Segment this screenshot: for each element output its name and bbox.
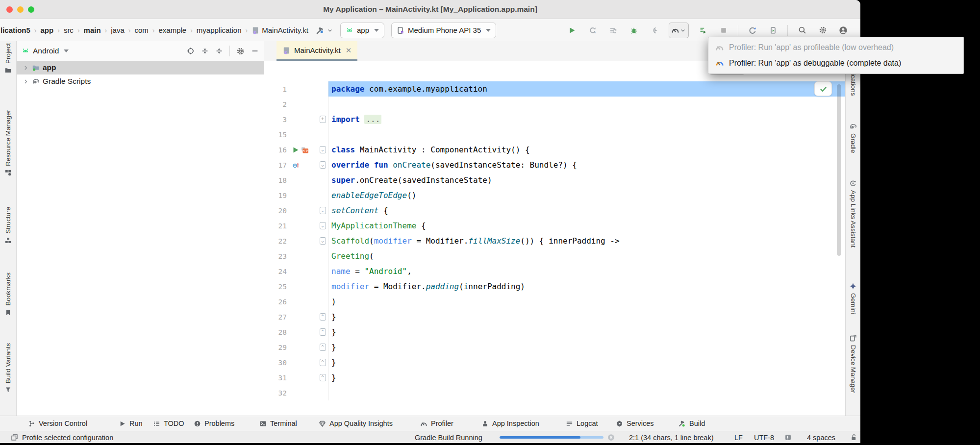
device-select[interactable]: Medium Phone API 35 xyxy=(391,23,496,38)
expand-all-icon[interactable] xyxy=(201,47,209,55)
profiler-chevron-icon[interactable] xyxy=(679,27,686,34)
override-gutter-icon[interactable] xyxy=(292,161,300,169)
settings-icon[interactable] xyxy=(816,24,829,37)
code-lines[interactable]: 1package com.example.myapplication23+imp… xyxy=(264,81,845,400)
code-text[interactable]: super.onCreate(savedInstanceState) xyxy=(328,173,845,188)
stripe-button-build-variants[interactable]: Build Variants xyxy=(0,343,16,394)
close-tab-icon[interactable]: ✕ xyxy=(346,46,352,55)
fold-marker[interactable]: ⌃ xyxy=(320,328,326,336)
line-separator-widget[interactable]: LF xyxy=(734,431,743,443)
editor-scrollbar[interactable] xyxy=(837,84,841,256)
fold-marker[interactable]: ⌃ xyxy=(320,313,326,321)
code-text[interactable] xyxy=(328,127,845,142)
collapse-all-icon[interactable] xyxy=(215,47,223,55)
sync-project-icon[interactable] xyxy=(746,24,759,37)
project-view-selector[interactable]: Android xyxy=(22,47,69,55)
code-text[interactable]: } xyxy=(328,324,845,340)
code-text[interactable] xyxy=(328,97,845,112)
code-line[interactable]: 17⌄ override fun onCreate(savedInstanceS… xyxy=(264,157,845,173)
code-line[interactable]: 30⌃ } xyxy=(264,355,845,370)
code-line[interactable]: 28⌃ } xyxy=(264,324,845,340)
toolwindow-button-services[interactable]: Services xyxy=(616,416,654,431)
code-line[interactable]: 18 super.onCreate(savedInstanceState) xyxy=(264,173,845,188)
indent-widget[interactable]: 4 spaces xyxy=(807,431,835,443)
code-text[interactable]: } xyxy=(328,340,845,355)
fold-marker[interactable]: ⌄ xyxy=(320,207,326,214)
code-line[interactable]: 15 xyxy=(264,127,845,142)
stripe-button-gemini[interactable]: Gemini xyxy=(846,282,860,314)
toolwindow-button-app-quality-insights[interactable]: App Quality Insights xyxy=(319,416,393,431)
stripe-button-gradle[interactable]: Gradle xyxy=(846,123,860,153)
stripe-button-bookmarks[interactable]: Bookmarks xyxy=(0,272,16,316)
code-text[interactable]: ) xyxy=(328,294,845,309)
code-text[interactable]: class MainActivity : ComponentActivity()… xyxy=(328,142,845,157)
expand-chevron-icon[interactable] xyxy=(23,65,29,71)
target-icon[interactable] xyxy=(187,47,195,55)
breadcrumb-item-mainactivity-kt[interactable]: MainActivity.kt xyxy=(251,25,309,35)
code-line[interactable]: 20⌄ setContent { xyxy=(264,203,845,218)
build-hammer-icon[interactable] xyxy=(314,24,327,37)
fold-marker[interactable]: ⌄ xyxy=(320,222,326,229)
code-text[interactable]: import ... xyxy=(328,112,845,127)
toolwindow-button-terminal[interactable]: Terminal xyxy=(259,416,297,431)
stripe-button-structure[interactable]: Structure xyxy=(0,207,16,244)
profiler-menu-item-1[interactable]: Profiler: Run 'app' as profileable (low … xyxy=(708,40,963,55)
code-text[interactable]: modifier = Modifier.padding(innerPadding… xyxy=(328,279,845,294)
build-chevron-icon[interactable] xyxy=(327,27,333,34)
code-line[interactable]: 27⌃ } xyxy=(264,309,845,324)
breadcrumb-item-app[interactable]: app xyxy=(40,25,54,35)
code-text[interactable]: enableEdgeToEdge() xyxy=(328,188,845,203)
toolwindow-button-app-inspection[interactable]: App Inspection xyxy=(481,416,539,431)
code-text[interactable]: } xyxy=(328,370,845,385)
code-text[interactable]: setContent { xyxy=(328,203,845,218)
code-line[interactable]: 22⌄ Scaffold(modifier = Modifier.fillMax… xyxy=(264,233,845,248)
code-line[interactable]: 1package com.example.myapplication xyxy=(264,81,845,97)
code-line[interactable]: 26 ) xyxy=(264,294,845,309)
tree-row-app[interactable]: app xyxy=(17,61,264,74)
editor-tab-mainactivity[interactable]: MainActivity.kt ✕ xyxy=(276,41,357,61)
code-text[interactable]: override fun onCreate(savedInstanceState… xyxy=(328,157,845,173)
caret-position-widget[interactable]: 2:1 (34 chars, 1 line break) xyxy=(629,431,713,443)
minus-icon[interactable] xyxy=(251,47,259,55)
code-text[interactable]: } xyxy=(328,309,845,324)
fold-marker[interactable]: ⌃ xyxy=(320,359,326,366)
toolwindow-button-build[interactable]: Build xyxy=(678,416,705,431)
rerun-apply-changes-icon[interactable]: A xyxy=(586,24,599,37)
code-line[interactable]: 32 xyxy=(264,385,845,400)
profile-avatar-icon[interactable] xyxy=(837,24,850,37)
breadcrumb-item-com[interactable]: com xyxy=(134,25,149,35)
code-line[interactable]: 21⌄ MyApplicationTheme { xyxy=(264,218,845,233)
encoding-widget[interactable]: UTF-8 xyxy=(754,431,774,443)
apply-code-changes-icon[interactable] xyxy=(607,24,620,37)
compose-gutter-icon[interactable] xyxy=(301,146,309,154)
running-devices-icon[interactable] xyxy=(767,24,779,37)
code-line[interactable]: 25 modifier = Modifier.padding(innerPadd… xyxy=(264,279,845,294)
code-text[interactable]: package com.example.myapplication xyxy=(328,81,845,97)
code-text[interactable]: Scaffold(modifier = Modifier.fillMaxSize… xyxy=(328,233,845,248)
debug-icon[interactable] xyxy=(628,24,640,37)
code-line[interactable]: 31⌃} xyxy=(264,370,845,385)
toolwindow-button-todo[interactable]: TODO xyxy=(153,416,184,431)
stripe-button-project[interactable]: Project xyxy=(0,43,16,74)
code-line[interactable]: 16⌄class MainActivity : ComponentActivit… xyxy=(264,142,845,157)
fold-marker[interactable]: ⌄ xyxy=(320,161,326,169)
code-text[interactable]: Greeting( xyxy=(328,248,845,264)
code-line[interactable]: 29⌃ } xyxy=(264,340,845,355)
code-text[interactable]: } xyxy=(328,355,845,370)
code-text[interactable]: name = "Android", xyxy=(328,264,845,279)
toolwindow-button-problems[interactable]: Problems xyxy=(194,416,234,431)
inspection-status-widget[interactable] xyxy=(814,81,832,96)
cancel-build-icon[interactable] xyxy=(607,434,615,441)
profiler-button[interactable] xyxy=(669,23,689,38)
stripe-button-resource-manager[interactable]: Resource Manager xyxy=(0,110,16,176)
code-text[interactable] xyxy=(328,385,845,400)
breadcrumb-item-myapplication[interactable]: myapplication xyxy=(196,25,242,35)
toolwindow-button-version-control[interactable]: Version Control xyxy=(28,416,87,431)
breadcrumb-item-example[interactable]: example xyxy=(158,25,187,35)
fold-marker[interactable]: ⌄ xyxy=(320,146,326,153)
notifications-widget[interactable] xyxy=(784,431,792,443)
lock-widget[interactable] xyxy=(850,431,857,443)
toolwindow-button-profiler[interactable]: Profiler xyxy=(420,416,453,431)
code-line[interactable]: 19 enableEdgeToEdge() xyxy=(264,188,845,203)
code-line[interactable]: 23 Greeting( xyxy=(264,248,845,264)
